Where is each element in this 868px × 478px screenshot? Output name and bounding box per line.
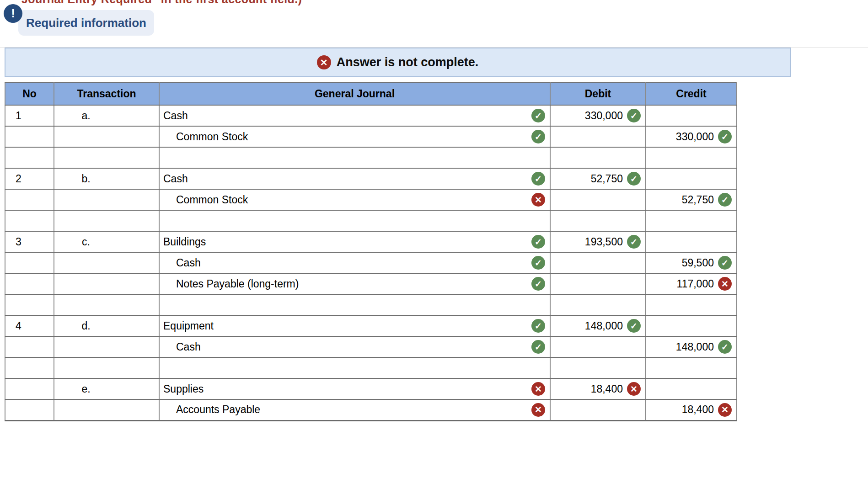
question-review-page: Journal Entry Required" in the first acc… [0, 0, 868, 478]
check-circle-icon: ✓ [627, 109, 641, 122]
journal-row [5, 210, 737, 231]
account-name: Cash [163, 257, 201, 269]
credit-cell: 52,750✓ [646, 189, 737, 210]
transaction-cell: c. [54, 231, 159, 252]
account-cell: Cash✓ [159, 168, 550, 189]
debit-cell [550, 210, 646, 231]
debit-amount: 148,000 [585, 320, 623, 332]
journal-row: 4d.Equipment✓148,000✓ [5, 315, 737, 336]
journal-row: Common Stock✓330,000✓ [5, 126, 737, 147]
header-debit: Debit [550, 82, 646, 105]
check-circle-icon: ✓ [531, 235, 545, 249]
transaction-cell [54, 210, 159, 231]
journal-row: Common Stock✕52,750✓ [5, 189, 737, 210]
debit-cell [550, 252, 646, 273]
no-cell: 2 [5, 168, 54, 189]
debit-amount: 18,400 [591, 383, 623, 395]
x-circle-icon: ✕ [317, 55, 331, 69]
credit-amount: 117,000 [677, 278, 714, 290]
header-general-journal: General Journal [159, 82, 550, 105]
transaction-cell [54, 357, 159, 378]
account-cell: Cash✓ [159, 105, 550, 126]
account-name: Notes Payable (long-term) [163, 278, 299, 290]
transaction-cell: b. [54, 168, 159, 189]
credit-amount: 18,400 [682, 404, 714, 416]
account-cell: Supplies✕ [159, 378, 550, 399]
account-name: Buildings [163, 236, 206, 248]
journal-row [5, 294, 737, 315]
credit-amount: 59,500 [682, 257, 714, 269]
debit-cell [550, 399, 646, 420]
credit-cell [646, 357, 737, 378]
credit-cell [646, 378, 737, 399]
x-circle-icon: ✕ [531, 403, 545, 417]
transaction-cell [54, 273, 159, 294]
journal-row: Cash✓148,000✓ [5, 336, 737, 357]
transaction-cell [54, 294, 159, 315]
credit-cell [646, 294, 737, 315]
transaction-cell: e. [54, 378, 159, 399]
required-information-pill: Required information [18, 10, 154, 36]
debit-cell [550, 294, 646, 315]
transaction-cell: a. [54, 105, 159, 126]
journal-row [5, 357, 737, 378]
x-circle-icon: ✕ [718, 277, 732, 291]
header-no: No [5, 82, 54, 105]
debit-cell [550, 126, 646, 147]
check-circle-icon: ✓ [627, 319, 641, 333]
x-circle-icon: ✕ [531, 193, 545, 207]
account-cell: Cash✓ [159, 252, 550, 273]
header-credit: Credit [646, 82, 737, 105]
truncated-instruction-text: Journal Entry Required" in the first acc… [21, 0, 302, 6]
transaction-cell [54, 252, 159, 273]
check-circle-icon: ✓ [718, 193, 732, 207]
check-circle-icon: ✓ [531, 172, 545, 186]
check-circle-icon: ✓ [627, 172, 641, 186]
credit-cell: 148,000✓ [646, 336, 737, 357]
check-circle-icon: ✓ [718, 340, 732, 354]
journal-row: 3c.Buildings✓193,500✓ [5, 231, 737, 252]
table-header-row: No Transaction General Journal Debit Cre… [5, 82, 737, 105]
check-circle-icon: ✓ [627, 235, 641, 249]
account-cell [159, 294, 550, 315]
x-circle-icon: ✕ [627, 382, 641, 396]
journal-row [5, 147, 737, 168]
account-cell: Common Stock✓ [159, 126, 550, 147]
journal-row: Cash✓59,500✓ [5, 252, 737, 273]
transaction-cell [54, 147, 159, 168]
journal-row: Notes Payable (long-term)✓117,000✕ [5, 273, 737, 294]
check-circle-icon: ✓ [718, 130, 732, 143]
check-circle-icon: ✓ [718, 256, 732, 270]
exclamation-icon: ! [4, 4, 22, 23]
no-cell: 3 [5, 231, 54, 252]
account-cell: Common Stock✕ [159, 189, 550, 210]
check-circle-icon: ✓ [531, 340, 545, 354]
credit-cell [646, 231, 737, 252]
credit-cell: 117,000✕ [646, 273, 737, 294]
account-name: Common Stock [163, 194, 248, 206]
debit-cell: 18,400✕ [550, 378, 646, 399]
banner-message: Answer is not complete. [337, 55, 479, 69]
required-information-label: Required information [26, 16, 146, 30]
check-circle-icon: ✓ [531, 109, 545, 122]
debit-cell [550, 189, 646, 210]
no-cell [5, 126, 54, 147]
transaction-cell [54, 126, 159, 147]
account-cell [159, 147, 550, 168]
check-circle-icon: ✓ [531, 130, 545, 143]
no-cell [5, 189, 54, 210]
credit-cell: 330,000✓ [646, 126, 737, 147]
no-cell [5, 357, 54, 378]
debit-cell [550, 147, 646, 168]
debit-cell: 330,000✓ [550, 105, 646, 126]
account-cell: Cash✓ [159, 336, 550, 357]
no-cell [5, 252, 54, 273]
debit-amount: 330,000 [585, 110, 623, 122]
debit-cell: 148,000✓ [550, 315, 646, 336]
debit-amount: 193,500 [585, 236, 623, 248]
header-transaction: Transaction [54, 82, 159, 105]
account-cell [159, 357, 550, 378]
credit-amount: 52,750 [682, 194, 714, 206]
no-cell [5, 294, 54, 315]
no-cell: 4 [5, 315, 54, 336]
